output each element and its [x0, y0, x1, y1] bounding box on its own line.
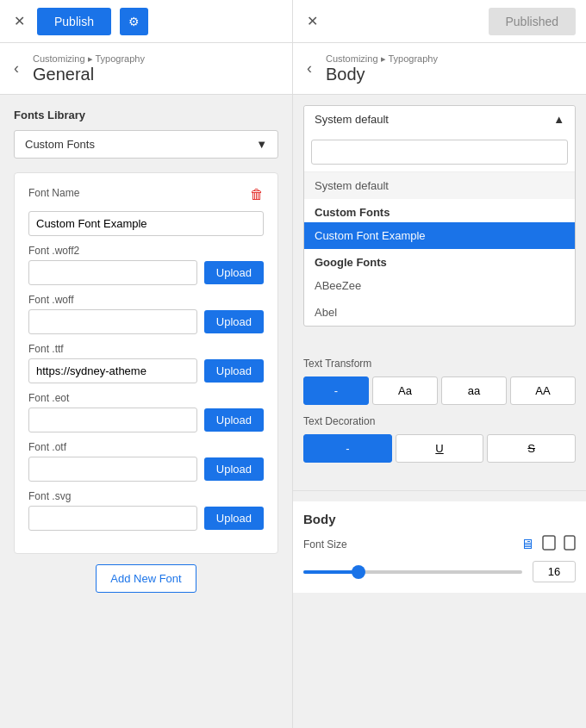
font-name-input[interactable] — [28, 211, 264, 236]
transform-lowercase-button[interactable]: aa — [441, 376, 507, 405]
dropdown-item-abel[interactable]: Abel — [304, 299, 575, 326]
left-panel: Fonts Library Custom Fonts ▼ Font Name 🗑… — [0, 95, 293, 728]
nav-bar: ‹ Customizing ▸ Typography General ‹ Cus… — [0, 43, 586, 95]
font-size-slider-track[interactable] — [303, 570, 522, 574]
woff2-upload-button[interactable]: Upload — [204, 261, 264, 284]
content-area: Fonts Library Custom Fonts ▼ Font Name 🗑… — [0, 95, 586, 728]
dropdown-item-abeezee[interactable]: ABeeZee — [304, 272, 575, 299]
top-bar-right: ✕ Published — [293, 0, 586, 42]
decoration-underline-button[interactable]: U — [396, 434, 484, 463]
nav-title-left: General — [33, 65, 145, 84]
right-settings: Text Transform - Aa aa AA Text Decoratio… — [293, 337, 586, 480]
slider-thumb[interactable] — [352, 565, 365, 579]
fonts-library-label: Fonts Library — [14, 109, 278, 121]
eot-input[interactable] — [28, 408, 197, 432]
chevron-up-icon: ▲ — [553, 113, 564, 126]
nav-title-group-left: Customizing ▸ Typography General — [33, 53, 145, 84]
woff-upload-row: Upload — [28, 309, 264, 334]
ttf-input[interactable] — [28, 358, 197, 383]
svg-rect-0 — [543, 536, 555, 550]
nav-bar-right: ‹ Customizing ▸ Typography Body — [293, 43, 586, 94]
top-bar-left: ✕ Publish ⚙ — [0, 0, 293, 42]
ttf-upload-button[interactable]: Upload — [204, 359, 264, 383]
chevron-down-icon: ▼ — [256, 138, 267, 151]
woff2-upload-row: Upload — [28, 260, 264, 285]
font-dropdown-header[interactable]: System default ▲ — [304, 106, 575, 133]
mobile-icon-button[interactable] — [564, 535, 576, 554]
close-right-button[interactable]: ✕ — [303, 9, 321, 33]
nav-title-group-right: Customizing ▸ Typography Body — [326, 53, 438, 84]
woff2-input[interactable] — [28, 260, 197, 285]
eot-label: Font .eot — [28, 392, 264, 404]
font-search-input[interactable] — [311, 140, 568, 165]
svg-input[interactable] — [28, 506, 197, 531]
woff2-label: Font .woff2 — [28, 245, 264, 257]
trash-icon[interactable]: 🗑 — [250, 187, 264, 202]
slider-fill — [303, 570, 358, 574]
tablet-icon-button[interactable] — [541, 535, 557, 554]
body-section-title: Body — [303, 512, 576, 526]
transform-capitalize-button[interactable]: Aa — [372, 376, 438, 405]
breadcrumb-right: Customizing ▸ Typography — [326, 53, 438, 65]
publish-button[interactable]: Publish — [37, 8, 111, 35]
eot-upload-row: Upload — [28, 408, 264, 432]
woff-input[interactable] — [28, 309, 197, 334]
woff-upload-button[interactable]: Upload — [204, 310, 264, 333]
font-size-value[interactable]: 16 — [533, 561, 576, 582]
text-transform-label: Text Transform — [303, 358, 576, 370]
nav-bar-left: ‹ Customizing ▸ Typography General — [0, 43, 293, 94]
dropdown-item-custom-font-example[interactable]: Custom Font Example — [304, 222, 575, 249]
back-left-button[interactable]: ‹ — [10, 56, 22, 81]
font-dropdown-list: System default Custom Fonts Custom Font … — [304, 171, 575, 326]
otf-input[interactable] — [28, 457, 197, 482]
svg-label: Font .svg — [28, 490, 264, 502]
font-dropdown-header-value: System default — [315, 113, 389, 126]
font-size-slider-row: 16 — [303, 561, 576, 582]
ttf-label: Font .ttf — [28, 343, 264, 355]
add-new-font-button[interactable]: Add New Font — [96, 564, 196, 593]
nav-title-right: Body — [326, 65, 438, 84]
text-decoration-row: - U S — [303, 434, 576, 463]
fonts-library-dropdown[interactable]: Custom Fonts ▼ — [14, 130, 278, 159]
body-section: Body Font Size 🖥 — [293, 501, 586, 593]
font-size-label: Font Size — [303, 538, 347, 551]
woff-label: Font .woff — [28, 294, 264, 306]
font-name-label: Font Name — [28, 187, 79, 199]
otf-upload-button[interactable]: Upload — [204, 457, 264, 481]
right-panel: System default ▲ System default Custom F… — [293, 95, 586, 728]
gear-button[interactable]: ⚙ — [120, 8, 148, 35]
monitor-icon-button[interactable]: 🖥 — [521, 535, 534, 554]
top-bar: ✕ Publish ⚙ ✕ Published — [0, 0, 586, 43]
text-decoration-label: Text Decoration — [303, 415, 576, 427]
dropdown-section-google-fonts: Google Fonts — [304, 249, 575, 272]
otf-upload-row: Upload — [28, 457, 264, 482]
ttf-upload-row: Upload — [28, 358, 264, 383]
decoration-none-button[interactable]: - — [303, 434, 392, 463]
back-right-button[interactable]: ‹ — [303, 56, 315, 81]
dropdown-section-custom-fonts: Custom Fonts — [304, 199, 575, 222]
section-divider — [293, 490, 586, 491]
close-left-button[interactable]: ✕ — [10, 9, 28, 33]
text-transform-row: - Aa aa AA — [303, 376, 576, 405]
svg-rect-1 — [564, 536, 575, 550]
font-dropdown-container: System default ▲ System default Custom F… — [303, 105, 576, 327]
fonts-library-dropdown-value: Custom Fonts — [25, 138, 95, 151]
dropdown-item-system-default[interactable]: System default — [304, 172, 575, 199]
decoration-strikethrough-button[interactable]: S — [487, 434, 576, 463]
svg-upload-row: Upload — [28, 506, 264, 531]
eot-upload-button[interactable]: Upload — [204, 408, 264, 432]
otf-label: Font .otf — [28, 441, 264, 453]
svg-upload-button[interactable]: Upload — [204, 507, 264, 530]
font-card: Font Name 🗑 Font .woff2 Upload Font .wof… — [14, 172, 278, 554]
transform-uppercase-button[interactable]: AA — [510, 376, 576, 405]
breadcrumb-left: Customizing ▸ Typography — [33, 53, 145, 65]
device-icons-row: 🖥 — [521, 535, 576, 554]
font-size-row: Font Size 🖥 — [303, 535, 576, 561]
published-button: Published — [489, 8, 577, 35]
font-card-header: Font Name 🗑 — [28, 187, 264, 202]
transform-none-button[interactable]: - — [303, 376, 369, 405]
